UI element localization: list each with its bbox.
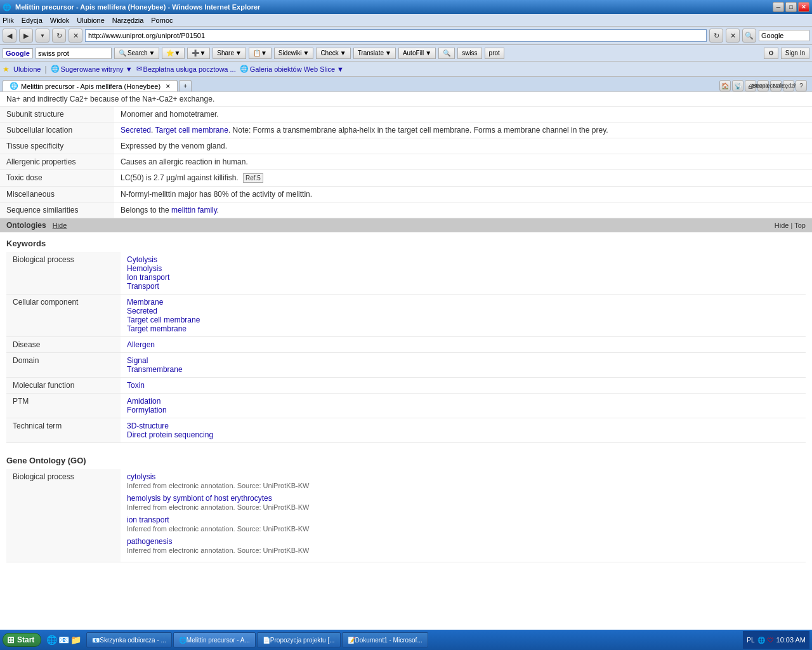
label-subcellular: Subcellular location (0, 123, 114, 138)
secreted-kw-link[interactable]: Secreted (127, 307, 799, 315)
menu-bar: Plik Edycja Widok Ulubione Narzędzia Pom… (0, 14, 812, 27)
quick-launch: 🌐 📧 📁 (44, 635, 84, 645)
start-button[interactable]: ⊞ Start (3, 633, 41, 647)
refresh-btn2[interactable]: ↻ (709, 29, 723, 43)
share-button[interactable]: Share ▼ (213, 48, 246, 59)
value-toxic: LC(50) is 2.7 μg/ml against killifish. R… (114, 170, 812, 187)
check-button[interactable]: Check ▼ (316, 48, 350, 59)
cytolysis-go-link[interactable]: cytolysis (127, 472, 155, 481)
minimize-button[interactable]: ─ (773, 2, 784, 12)
ion-transport-go-link[interactable]: ion transport (127, 515, 169, 524)
ref5-badge[interactable]: Ref.5 (243, 173, 263, 183)
membrane-link[interactable]: Membrane (127, 298, 799, 307)
taskbar-item-proposal[interactable]: 📄 Propozycja projektu [... (257, 632, 341, 647)
refresh-button[interactable]: ↻ (52, 29, 66, 43)
3d-structure-link[interactable]: 3D-structure (127, 421, 799, 430)
ion-transport-link[interactable]: Ion transport (127, 273, 799, 282)
highlight-btn[interactable]: 🔍 (438, 48, 455, 59)
table-row: Technical term 3D-structure Direct prote… (6, 418, 806, 443)
new-tab-button[interactable]: + (179, 80, 192, 91)
menu-ulubione[interactable]: Ulubione (77, 17, 104, 24)
hide-link[interactable]: Hide (775, 222, 789, 229)
forward-button[interactable]: ▶ (19, 29, 33, 43)
direct-protein-link[interactable]: Direct protein sequencing (127, 430, 799, 439)
translate-button[interactable]: Translate ▼ (353, 48, 396, 59)
stop-btn2[interactable]: ✕ (726, 29, 740, 43)
table-row: Molecular function Toxin (6, 378, 806, 394)
google-search-nav[interactable] (759, 30, 809, 41)
address-bar[interactable] (85, 29, 707, 42)
kw-label-molfunc: Molecular function (6, 378, 121, 394)
hemolysis-link[interactable]: Hemolysis (127, 264, 799, 273)
cytolysis-link[interactable]: Cytolysis (127, 255, 799, 264)
top-link[interactable]: Top (794, 222, 806, 229)
back-button[interactable]: ◀ (3, 29, 16, 43)
tab-close-icon[interactable]: ✕ (166, 83, 171, 90)
google-search-button[interactable]: 🔍 Search ▼ (114, 48, 160, 59)
tab-home-button[interactable]: 🏠 (719, 80, 731, 91)
stop-button[interactable]: ✕ (69, 29, 82, 43)
kw-label-tech: Technical term (6, 418, 121, 443)
sidewiki-button[interactable]: Sidewiki ▼ (274, 48, 314, 59)
table-row: Tissue specificity Expressed by the veno… (0, 138, 812, 154)
tab-help-button[interactable]: ? (796, 80, 807, 91)
kw-value-disease: Allergen (121, 337, 806, 353)
menu-edycja[interactable]: Edycja (22, 17, 43, 24)
misc-btn[interactable]: 📋▼ (249, 48, 272, 59)
target-membrane-link[interactable]: Target membrane (127, 324, 799, 333)
quick-folder-icon[interactable]: 📁 (70, 635, 81, 645)
kw-value-molfunc: Toxin (121, 378, 806, 394)
target-cell-membrane-link[interactable]: Target cell membrane (155, 126, 228, 135)
label-tissue: Tissue specificity (0, 138, 114, 154)
taskbar-item-browser[interactable]: 🌐 Melittin precursor - A... (173, 632, 256, 647)
target-cell-membrane-kw-link[interactable]: Target cell membrane (127, 315, 799, 324)
signal-link[interactable]: Signal (127, 356, 799, 365)
hemolysis-go-link[interactable]: hemolysis by symbiont of host erythrocyt… (127, 494, 272, 503)
transmembrane-link[interactable]: Transmembrane (127, 365, 799, 374)
email-link[interactable]: ✉ Bezpłatna usługa pocztowa ... (136, 65, 236, 73)
menu-widok[interactable]: Widok (50, 17, 70, 24)
dropdown-button[interactable]: ▼ (36, 29, 49, 43)
favorites-btn[interactable]: ⭐▼ (162, 48, 185, 59)
favorites-link[interactable]: Ulubione (13, 65, 41, 73)
menu-plik[interactable]: Plik (3, 17, 14, 24)
value-seq-sim: Belongs to the melittin family. (114, 202, 812, 218)
main-content[interactable]: Na+ and indirectly Ca2+ because of the N… (0, 91, 812, 644)
quick-ie-icon[interactable]: 🌐 (46, 635, 57, 645)
autofill-button[interactable]: AutoFill ▼ (398, 48, 436, 59)
search-nav-button[interactable]: 🔍 (742, 29, 756, 43)
gallery-link[interactable]: 🌐 Galeria obiektów Web Slice ▼ (240, 65, 344, 73)
suggested-sites-link[interactable]: 🌐 Sugerowane witryny ▼ (51, 65, 133, 73)
menu-pomoc[interactable]: Pomoc (151, 17, 173, 24)
amidation-link[interactable]: Amidation (127, 397, 799, 406)
allergen-link[interactable]: Allergen (127, 340, 155, 349)
transport-link[interactable]: Transport (127, 282, 799, 291)
signin-button[interactable]: Sign In (781, 48, 809, 59)
quick-mail-icon[interactable]: 📧 (58, 635, 69, 645)
formylation-link[interactable]: Formylation (127, 406, 799, 415)
kw-value-ptm: Amidation Formylation (121, 394, 806, 418)
browser-icon: 🌐 (3, 3, 11, 11)
tab-rss-button[interactable]: 📡 (732, 80, 743, 91)
maximize-button[interactable]: □ (785, 2, 797, 12)
add-btn[interactable]: ➕▼ (187, 48, 210, 59)
active-tab[interactable]: 🌐 Melittin precursor - Apis mellifera (H… (3, 80, 178, 92)
prot-button[interactable]: prot (485, 48, 504, 59)
pathogenesis-go-link[interactable]: pathogenesis (127, 537, 172, 546)
close-button[interactable]: ✕ (798, 2, 809, 12)
swiss-button[interactable]: swiss (457, 48, 481, 59)
ontologies-header: Ontologies Hide Hide | Top (0, 218, 812, 232)
ontologies-hide-link[interactable]: Hide (53, 222, 67, 229)
settings-button[interactable]: ⚙ (764, 48, 778, 59)
melittin-family-link[interactable]: melittin family (171, 206, 217, 215)
taskbar-item-mail[interactable]: 📧 Skrzynka odbiorcza - ... (86, 632, 171, 647)
secreted-link[interactable]: Secreted (121, 126, 151, 135)
toxin-link[interactable]: Toxin (127, 381, 145, 390)
menu-narzedzia[interactable]: Narzędzia (112, 17, 144, 24)
keywords-table: Biological process Cytolysis Hemolysis I… (6, 252, 806, 443)
google-search-input[interactable] (36, 48, 112, 59)
kw-value-domain: Signal Transmembrane (121, 353, 806, 378)
tab-tools-button[interactable]: Narzędzia▼ (783, 80, 794, 91)
kw-label-disease: Disease (6, 337, 121, 353)
taskbar-item-word[interactable]: 📝 Dokument1 - Microsof... (342, 632, 428, 647)
